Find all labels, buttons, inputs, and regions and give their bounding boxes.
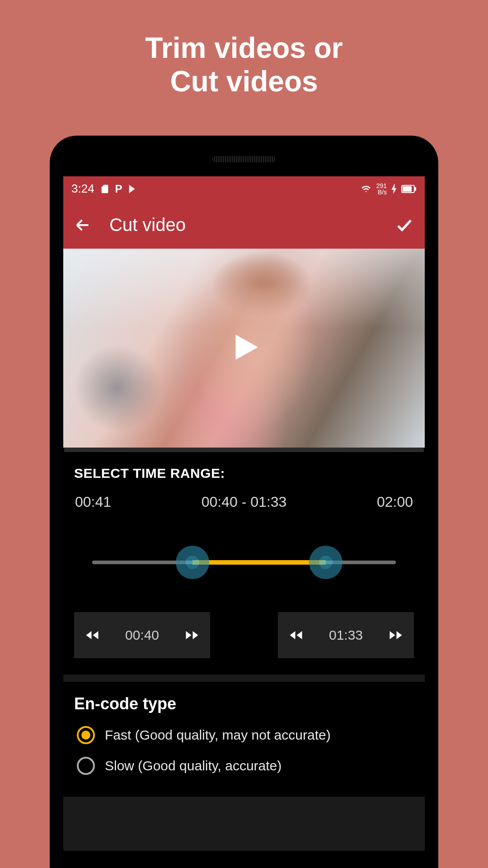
- network-value: 291: [376, 183, 387, 189]
- screen: 3:24 P 291 B/s: [63, 176, 425, 868]
- stepper-row: 00:40 01:33: [74, 612, 414, 658]
- bottom-panel: [63, 797, 425, 851]
- phone-speaker: [212, 156, 276, 162]
- status-bar: 3:24 P 291 B/s: [63, 176, 425, 201]
- promo-title: Trim videos or Cut videos: [0, 0, 488, 98]
- end-time-stepper: 01:33: [278, 612, 414, 658]
- start-time-stepper: 00:40: [74, 612, 210, 658]
- wifi-icon: [360, 184, 372, 194]
- end-next-button[interactable]: [388, 627, 404, 643]
- encode-option-slow[interactable]: Slow (Good quality, accurate): [74, 757, 414, 775]
- network-speed: 291 B/s: [376, 183, 387, 195]
- start-time-value: 00:40: [125, 627, 159, 643]
- current-time: 00:41: [75, 494, 111, 510]
- start-prev-button[interactable]: [84, 627, 100, 643]
- encode-title: En-code type: [74, 694, 414, 713]
- promo-line-1: Trim videos or: [145, 32, 343, 64]
- radio-icon: [77, 726, 95, 744]
- radio-label: Fast (Good quality, may not accurate): [105, 727, 331, 743]
- network-unit: B/s: [376, 189, 387, 195]
- svg-rect-2: [403, 186, 412, 192]
- total-time: 02:00: [377, 494, 413, 510]
- play-button[interactable]: [227, 330, 261, 366]
- play-store-icon: [128, 184, 138, 194]
- encode-option-fast[interactable]: Fast (Good quality, may not accurate): [74, 726, 414, 744]
- status-time: 3:24: [71, 182, 94, 196]
- range-slider[interactable]: [92, 549, 396, 576]
- end-time-value: 01:33: [329, 627, 363, 643]
- video-progress-bar[interactable]: [64, 448, 424, 452]
- time-range-section: SELECT TIME RANGE: 00:41 00:40 - 01:33 0…: [63, 452, 425, 658]
- app-bar-title: Cut video: [109, 215, 377, 235]
- svg-rect-1: [415, 187, 416, 191]
- section-divider: [63, 675, 425, 682]
- range-start-handle[interactable]: [176, 546, 209, 579]
- start-next-button[interactable]: [184, 627, 200, 643]
- phone-frame: 3:24 P 291 B/s: [50, 136, 438, 868]
- encode-section: En-code type Fast (Good quality, may not…: [63, 682, 425, 775]
- range-end-handle[interactable]: [309, 546, 343, 579]
- sd-card-icon: [100, 184, 110, 194]
- battery-icon: [401, 185, 417, 193]
- p-icon: P: [115, 183, 122, 195]
- radio-icon: [77, 757, 95, 775]
- promo-line-2: Cut videos: [170, 65, 318, 98]
- status-right: 291 B/s: [360, 183, 417, 195]
- charging-icon: [391, 184, 397, 194]
- slider-selection: [192, 560, 326, 565]
- end-prev-button[interactable]: [288, 627, 304, 643]
- status-left: 3:24 P: [71, 182, 138, 196]
- time-row: 00:41 00:40 - 01:33 02:00: [74, 494, 414, 510]
- time-range-label: SELECT TIME RANGE:: [74, 466, 414, 481]
- app-bar: Cut video: [63, 201, 425, 249]
- video-preview[interactable]: [63, 249, 425, 448]
- confirm-button[interactable]: [395, 216, 414, 235]
- selection-time: 00:40 - 01:33: [202, 494, 287, 510]
- radio-label: Slow (Good quality, accurate): [105, 758, 282, 774]
- back-button[interactable]: [74, 217, 91, 234]
